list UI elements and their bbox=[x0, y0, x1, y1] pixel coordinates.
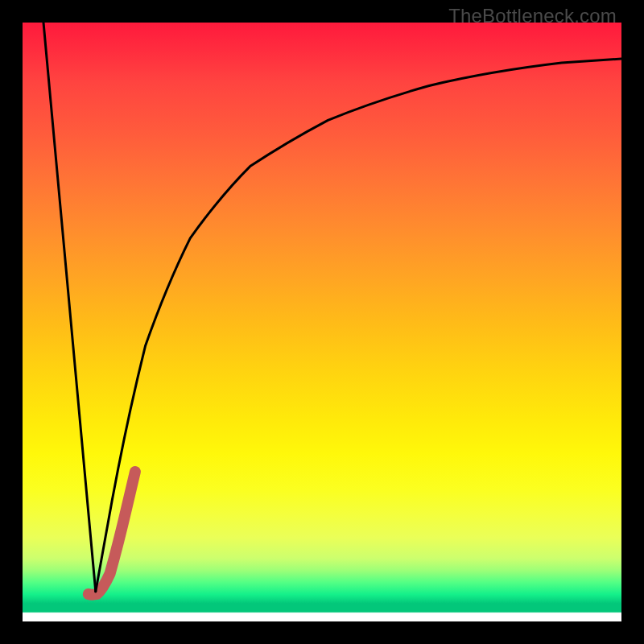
watermark-text: TheBottleneck.com bbox=[448, 5, 617, 27]
descending-left-line bbox=[43, 23, 96, 592]
chart-frame: TheBottleneck.com bbox=[0, 0, 644, 644]
curve-layer bbox=[23, 23, 621, 621]
plot-area bbox=[23, 23, 621, 621]
ascending-curve bbox=[96, 59, 621, 592]
